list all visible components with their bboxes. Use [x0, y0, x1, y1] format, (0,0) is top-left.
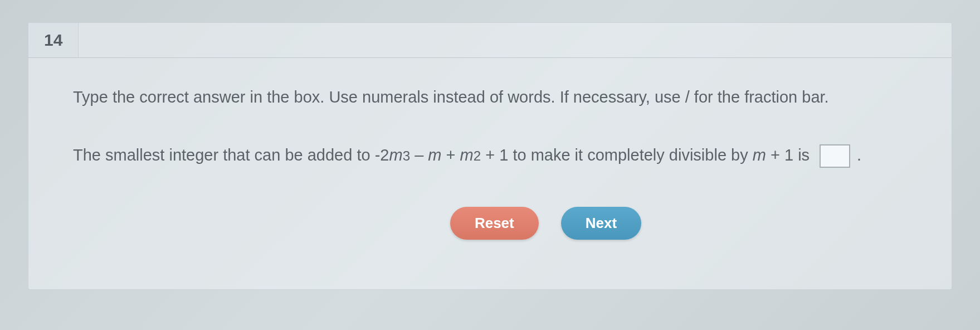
math-var-m1: m: [389, 142, 402, 168]
question-prompt: The smallest integer that can be added t…: [73, 142, 907, 168]
question-number: 14: [28, 23, 79, 57]
math-var-m4: m: [753, 142, 766, 168]
math-exp-3: 3: [403, 145, 410, 167]
prompt-text-2: –: [410, 142, 428, 168]
math-var-m2: m: [428, 142, 441, 168]
prompt-text-4: + 1 to make it completely divisible by: [481, 142, 753, 168]
math-var-m3: m: [460, 142, 474, 168]
button-row: Reset Next: [73, 207, 907, 240]
instructions-text: Type the correct answer in the box. Use …: [73, 86, 907, 109]
math-exp-2: 2: [474, 145, 481, 167]
next-button[interactable]: Next: [561, 207, 641, 240]
answer-input[interactable]: [820, 144, 850, 168]
question-card: 14 Type the correct answer in the box. U…: [28, 22, 952, 290]
prompt-text-5: + 1 is: [766, 142, 810, 168]
question-header: 14: [28, 23, 952, 58]
question-content: Type the correct answer in the box. Use …: [28, 58, 952, 256]
reset-button[interactable]: Reset: [450, 207, 539, 240]
prompt-text-3: +: [442, 142, 460, 168]
prompt-text-1: The smallest integer that can be added t…: [73, 142, 389, 168]
prompt-period: .: [857, 142, 861, 168]
